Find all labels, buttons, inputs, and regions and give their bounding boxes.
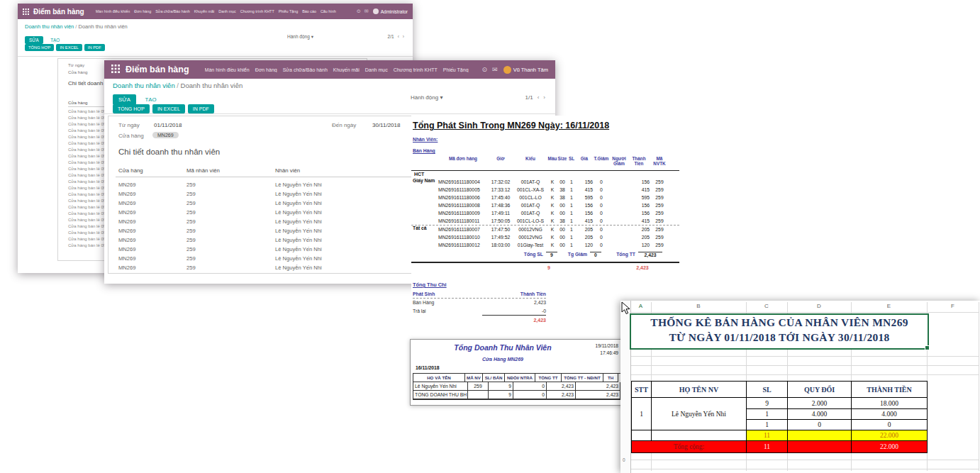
list-item[interactable]: Cửa hàng bán lẻ 09 [68,134,106,140]
cell[interactable]: 1 [747,409,788,420]
col-header-A[interactable]: A [630,303,651,309]
list-item[interactable]: Cửa hàng bán lẻ 09 [68,243,106,249]
menu-item[interactable]: Sửa chữa/Bảo hành [283,67,328,72]
h-stt[interactable]: STT [632,382,652,398]
list-item[interactable]: Cửa hàng bán lẻ 09 [68,140,106,147]
cell[interactable]: 4.000 [788,409,852,420]
cell[interactable]: 0 [852,420,928,430]
list-item[interactable]: Cửa hàng bán lẻ 09 [68,108,106,115]
list-item[interactable]: Cửa hàng bán lẻ 09 [68,204,106,211]
report-action-button[interactable]: TỔNG HỢP [113,104,150,113]
list-item[interactable]: Cửa hàng bán lẻ 09 [68,160,106,166]
list-item[interactable]: Cửa hàng bán lẻ 09 [68,172,106,179]
list-item[interactable]: Cửa hàng bán lẻ 09 [68,230,106,236]
list-item[interactable]: Cửa hàng bán lẻ 09 [68,185,106,191]
list-item[interactable]: Cửa hàng bán lẻ 09 [68,223,106,230]
h-quydoi[interactable]: QUY ĐỔI [788,382,852,398]
menu-item[interactable]: Danh mục [218,9,236,13]
list-item[interactable]: Cửa hàng bán lẻ 09 [68,128,106,134]
col-header-B[interactable]: B [651,303,746,309]
list-item[interactable]: Cửa hàng bán lẻ 09 [68,147,106,153]
col-header-E[interactable]: E [851,303,927,309]
menu-item[interactable]: Cấu hình [321,9,336,13]
apps-grid-icon[interactable] [111,63,120,76]
list-item[interactable]: Cửa hàng bán lẻ 09 [68,166,106,172]
report-action-button[interactable]: IN EXCEL [152,104,185,113]
chat-icon[interactable]: ✉ [492,66,498,73]
list-item[interactable]: Cửa hàng bán lẻ 09 [68,153,106,160]
cell-subtotal-tt[interactable]: 22.000 [852,430,928,441]
pager-next-button[interactable]: › [543,94,545,101]
cell-grand-total-label[interactable]: Tổng cộng: [632,441,747,453]
list-item[interactable]: Cửa hàng bán lẻ 09 [68,236,106,243]
col-header-C[interactable]: C [746,303,787,309]
pager-prev-button[interactable]: ‹ [398,34,399,39]
col-header-F[interactable]: F [927,303,979,309]
cell-empty[interactable] [632,430,652,441]
cell-grand-total-mid[interactable] [788,441,852,453]
cell[interactable]: 9 [747,398,788,409]
store-tag[interactable]: MN269 [152,132,179,138]
report-action-button[interactable]: TỔNG HỢP [25,44,54,51]
h-thanhtien[interactable]: THÀNH TIỀN [852,382,928,398]
to-date-value[interactable]: 30/11/2018 [372,122,400,128]
cell-grand-total-sl[interactable]: 11 [747,441,788,453]
menu-item[interactable]: Chương trình KHTT [394,67,438,72]
h-name[interactable]: HỌ TÊN NV [652,382,747,398]
action-menu[interactable]: Hành động ▾ [411,94,442,101]
menu-item[interactable]: Danh mục [365,67,388,72]
menu-item[interactable]: Đơn hàng [255,67,277,72]
clock-icon[interactable]: ⊙ [482,66,488,73]
cell-staff-name[interactable]: Lê Nguyễn Yến Nhi [652,398,747,430]
avatar[interactable] [503,66,511,74]
report-action-button[interactable]: IN EXCEL [56,44,82,51]
chat-icon[interactable]: ✉ [364,9,369,14]
h-sl[interactable]: SL [747,382,788,398]
app-title[interactable]: Điểm bán hàng [33,8,84,16]
menu-item[interactable]: Khuyến mãi [194,9,214,13]
user-name[interactable]: Administrator [381,9,408,14]
menu-item[interactable]: Chương trình KHTT [240,9,274,13]
breadcrumb-link[interactable]: Doanh thu nhân viên [113,82,175,89]
menu-item[interactable]: Đơn hàng [134,9,151,13]
pager-prev-button[interactable]: ‹ [538,94,540,101]
menu-item[interactable]: Phiếu Tặng [443,67,469,72]
list-item[interactable]: Cửa hàng bán lẻ 09 [68,179,106,185]
list-item[interactable]: Cửa hàng bán lẻ 09 [68,217,106,223]
cell-grand-total-tt[interactable]: 22.000 [852,441,928,453]
pager-next-button[interactable]: › [403,34,404,39]
apps-grid-icon[interactable] [23,5,29,18]
action-menu[interactable]: Hành động ▾ [287,34,313,40]
menu-item[interactable]: Màn hình điều khiển [96,9,130,13]
create-button[interactable]: TẠO [140,94,162,105]
cell[interactable]: 2.000 [788,398,852,409]
list-item[interactable]: Cửa hàng bán lẻ 09 [68,121,106,128]
user-name[interactable]: Vũ Thanh Tâm [513,67,548,73]
menu-item[interactable]: Màn hình điều khiển [205,67,250,72]
app-title[interactable]: Điểm bán hàng [126,65,189,74]
from-date-value[interactable]: 01/11/2018 [154,122,182,128]
col-header-staff[interactable]: Nhân viên [275,167,300,174]
selection-fill-handle[interactable] [925,345,930,350]
list-item[interactable]: Cửa hàng bán lẻ 09 [68,211,106,217]
row-number[interactable]: 0 [623,457,625,462]
cell-stt[interactable]: 1 [632,398,652,430]
menu-item[interactable]: Phiếu Tặng [279,9,298,13]
cell-subtotal-sl[interactable]: 11 [747,430,788,441]
list-item[interactable]: Cửa hàng bán lẻ 09 [68,191,106,198]
cell[interactable]: 18.000 [852,398,928,409]
clock-icon[interactable]: ⊙ [357,9,361,14]
menu-item[interactable]: Sửa chữa/Bảo hành [155,9,190,13]
report-action-button[interactable]: IN PDF [84,44,105,51]
cell-subtotal-mid[interactable] [788,430,852,441]
report-action-button[interactable]: IN PDF [188,104,214,113]
edit-button[interactable]: SỬA [25,36,43,44]
col-header-code[interactable]: Mã nhân viên [186,167,220,174]
col-header-store[interactable]: Cửa hàng [118,167,143,174]
selected-title-cell[interactable]: THỐNG KÊ BÁN HÀNG CỦA NHÂN VIÊN MN269 TỪ… [630,313,929,350]
list-item[interactable]: Cửa hàng bán lẻ 09 [68,198,106,204]
edit-button[interactable]: SỬA [113,94,136,105]
cell[interactable]: 1 [747,420,788,430]
breadcrumb-link[interactable]: Doanh thu nhân viên [25,23,74,30]
cell[interactable]: 4.000 [852,409,928,420]
